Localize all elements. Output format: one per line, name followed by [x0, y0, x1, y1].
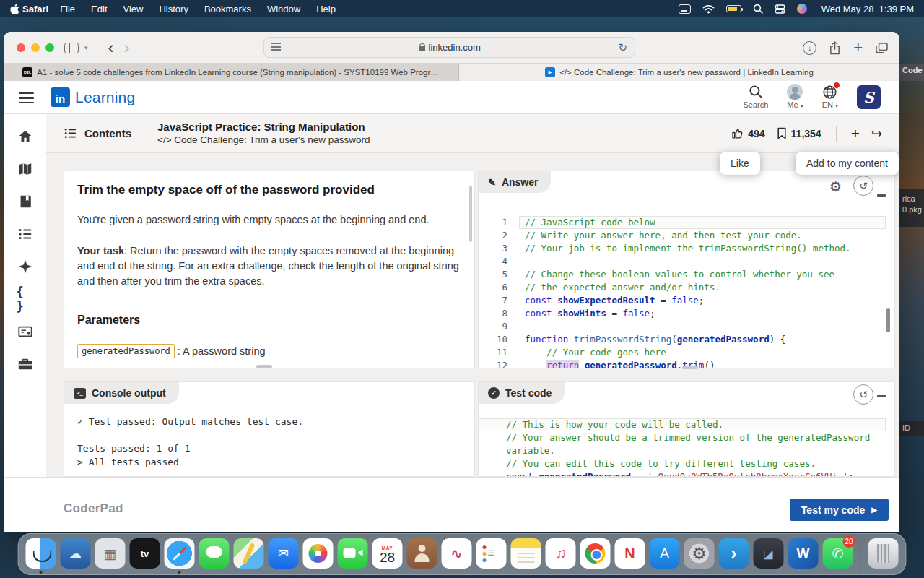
test-code-tab[interactable]: ✓ Test code	[479, 382, 565, 404]
reload-icon[interactable]: ↻	[618, 41, 627, 54]
code-line[interactable]: variable.	[479, 444, 886, 457]
control-center-icon[interactable]	[775, 4, 785, 14]
dock-mail-icon[interactable]: ✉	[269, 538, 299, 574]
code-line[interactable]: 6// the expected answer and/or hints.	[479, 281, 886, 294]
dock-music-icon[interactable]: ♫	[546, 538, 576, 574]
add-to-content-button[interactable]: +	[851, 125, 860, 142]
book-icon[interactable]	[17, 193, 34, 210]
url-text[interactable]: linkedin.com	[429, 42, 481, 53]
panel-resize-handle[interactable]	[256, 365, 272, 368]
menu-view[interactable]: View	[123, 4, 144, 14]
dock-freeform-icon[interactable]: ∿	[442, 538, 472, 574]
dock-reminders-icon[interactable]: ≡	[476, 538, 507, 574]
share-content-icon[interactable]: ↪	[871, 126, 882, 142]
answer-code-editor[interactable]: 1// JavaScript code below2// Write your …	[479, 216, 886, 368]
briefcase-icon[interactable]	[17, 355, 34, 373]
hamburger-menu-icon[interactable]	[19, 92, 34, 103]
dock-calendar-icon[interactable]: MAY28	[372, 538, 403, 574]
downloads-icon[interactable]: ↓	[803, 41, 816, 55]
collapse-panel-button[interactable]	[877, 395, 886, 397]
me-menu[interactable]: Me ▾	[787, 84, 803, 109]
dock-chrome-icon[interactable]	[580, 538, 611, 574]
certificate-icon[interactable]	[17, 323, 34, 340]
search-button[interactable]: Search	[743, 84, 768, 109]
code-line[interactable]: 8const showHints = false;	[479, 307, 886, 320]
forward-button[interactable]: ›	[124, 39, 130, 56]
dock-word-icon[interactable]: W	[788, 538, 819, 574]
code-line[interactable]: 11 // Your code goes here	[479, 346, 886, 359]
sheridan-logo[interactable]: S	[857, 85, 881, 109]
menu-app-name[interactable]: Safari	[22, 4, 48, 14]
dock-launchpad-icon[interactable]: ▦	[95, 538, 126, 574]
sidebar-toggle-icon[interactable]	[64, 43, 79, 53]
menu-edit[interactable]: Edit	[91, 4, 107, 14]
map-icon[interactable]	[17, 160, 34, 178]
code-line[interactable]: 9	[479, 320, 886, 333]
like-button[interactable]: 494	[731, 127, 764, 139]
apple-menu-icon[interactable]	[10, 4, 19, 14]
console-output-tab[interactable]: >_ Console output	[64, 382, 179, 404]
dock-photos-icon[interactable]	[303, 538, 334, 574]
battery-icon[interactable]	[726, 5, 741, 12]
code-line[interactable]: 3// Your job is to implement the trimPas…	[479, 242, 886, 255]
dock-messages-icon[interactable]	[199, 538, 230, 574]
back-button[interactable]: ‹	[108, 39, 114, 56]
new-tab-icon[interactable]: +	[853, 40, 863, 56]
reset-test-code-button[interactable]: ↺	[853, 384, 873, 405]
test-code-editor[interactable]: // This is how your code will be called.…	[479, 418, 886, 476]
dock-notes-icon[interactable]	[511, 538, 541, 574]
panel-resize-handle[interactable]	[682, 366, 698, 369]
list-icon[interactable]	[17, 225, 34, 243]
share-icon[interactable]	[829, 41, 840, 55]
code-line[interactable]: // This is how your code will be called.	[479, 418, 886, 431]
dock-maps-icon[interactable]	[234, 538, 264, 574]
code-line[interactable]: const generatedPassword = ' 9yud9z9WTb5R…	[479, 470, 886, 476]
sparkle-icon[interactable]	[17, 258, 34, 275]
linkedin-learning-logo[interactable]: in Learning	[51, 87, 135, 107]
code-line[interactable]: 1// JavaScript code below	[479, 216, 886, 229]
menu-bar-clock[interactable]: Wed May 28 1:39 PM	[821, 4, 914, 14]
menu-history[interactable]: History	[159, 4, 188, 14]
test-my-code-button[interactable]: Test my code ▶	[790, 499, 889, 521]
scrollbar-thumb[interactable]	[886, 308, 890, 332]
code-line[interactable]: 7const showExpectedResult = false;	[479, 294, 886, 307]
tab-code-challenge-active[interactable]: ▶ </> Code Challenge: Trim a user's new …	[459, 64, 899, 81]
dock-dark-app-icon[interactable]: ◪	[754, 538, 784, 574]
sidebar-chevron-icon[interactable]: ▾	[84, 44, 88, 51]
address-bar[interactable]: linkedin.com ↻	[263, 37, 635, 58]
code-braces-icon[interactable]: { }	[17, 290, 34, 308]
menu-bookmarks[interactable]: Bookmarks	[204, 4, 251, 14]
collapse-panel-button[interactable]	[877, 194, 886, 197]
home-icon[interactable]	[17, 128, 34, 145]
siri-icon[interactable]	[797, 4, 807, 14]
close-window-button[interactable]	[17, 43, 25, 52]
editor-settings-icon[interactable]: ⚙	[829, 178, 842, 195]
dock-facetime-icon[interactable]	[338, 538, 368, 574]
tab-overview-icon[interactable]	[876, 43, 888, 53]
code-line[interactable]: // Your answer should be a trimmed versi…	[479, 431, 886, 444]
language-menu[interactable]: EN ▾	[822, 84, 838, 109]
dock-app-store-icon[interactable]: A	[650, 538, 680, 574]
reset-code-button[interactable]: ↺	[853, 176, 873, 196]
code-line[interactable]: // You can edit this code to try differe…	[479, 457, 886, 470]
dock-finder-icon[interactable]	[26, 538, 56, 574]
zoom-window-button[interactable]	[45, 43, 54, 52]
dock-system-app-icon[interactable]: ☁	[61, 538, 91, 574]
dock-notability-icon[interactable]: N	[615, 538, 645, 574]
dock-whatsapp-icon[interactable]: ✆20	[823, 538, 853, 574]
tab-d2l-assignment[interactable]: D2L A1 - solve 5 code challenges from Li…	[4, 64, 459, 81]
input-source-icon[interactable]	[679, 4, 691, 14]
dock-trash-icon[interactable]	[868, 538, 899, 574]
code-line[interactable]: 2// Write your answer here, and then tes…	[479, 229, 886, 242]
spotlight-icon[interactable]	[753, 4, 763, 14]
dock-system-settings-icon[interactable]: ⚙	[684, 538, 715, 574]
menu-file[interactable]: File	[60, 4, 75, 14]
reader-icon[interactable]	[271, 43, 281, 51]
scrollbar-thumb[interactable]	[469, 186, 472, 242]
menu-window[interactable]: Window	[267, 4, 300, 14]
answer-tab[interactable]: ✎ Answer	[479, 171, 551, 193]
dock-vs-code-icon[interactable]: ›	[719, 538, 749, 574]
dock-safari-icon[interactable]	[165, 538, 195, 574]
wifi-icon[interactable]	[702, 4, 715, 14]
code-line[interactable]: 5// Change these boolean values to contr…	[479, 268, 886, 281]
